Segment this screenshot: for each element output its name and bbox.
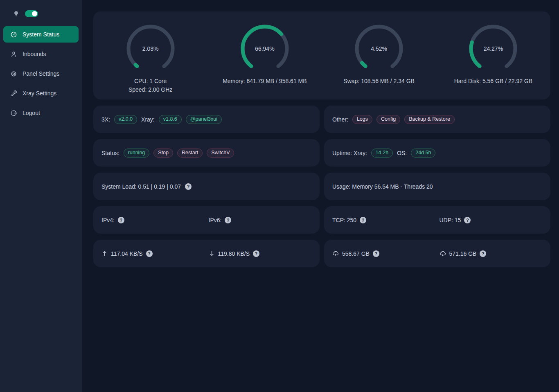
total-sent-block: 558.67 GB: [332, 250, 435, 257]
cloud-upload-icon: [332, 250, 339, 257]
question-circle-icon[interactable]: [360, 217, 366, 223]
question-circle-icon[interactable]: [118, 217, 124, 223]
telegram-link-tag[interactable]: @panel3xui: [186, 115, 222, 124]
main-content: 2.03% CPU: 1 Core Speed: 2.00 GHz 66.94%…: [82, 0, 559, 392]
user-icon: [10, 51, 17, 58]
question-circle-icon[interactable]: [146, 250, 153, 257]
gauge-label-line: CPU: 1 Core: [128, 77, 172, 86]
ipv4-block: IPv4:: [101, 217, 205, 223]
total-received-text: 571.16 GB: [449, 250, 477, 257]
sidebar-item-label: Panel Settings: [23, 70, 59, 77]
stop-button[interactable]: Stop: [153, 149, 173, 158]
gauge-label-line: Hard Disk: 5.56 GB / 22.92 GB: [454, 77, 532, 86]
usage-card: Usage: Memory 56.54 MB - Threads 20: [324, 173, 550, 200]
gauge-hard-disk-value: 24.27%: [468, 23, 518, 74]
uptime-card: Uptime: Xray: 1d 2h OS: 24d 5h: [324, 139, 550, 167]
question-circle-icon[interactable]: [480, 250, 486, 257]
logs-button[interactable]: Logs: [352, 115, 372, 124]
tcp-count-text: TCP: 250: [332, 217, 356, 223]
switch-version-button[interactable]: SwitchV: [207, 149, 234, 158]
gauge-memory-value: 66.94%: [239, 23, 290, 74]
version-card: 3X: v2.0.0 Xray: v1.8.6 @panel3xui: [93, 106, 320, 133]
gauge-hard-disk: 24.27% Hard Disk: 5.56 GB / 22.92 GB: [436, 23, 550, 99]
ipv4-label: IPv4:: [101, 217, 115, 223]
sidebar-item-label: Logout: [23, 110, 40, 116]
gauge-cpu: 2.03% CPU: 1 Core Speed: 2.00 GHz: [93, 23, 207, 99]
traffic-total-card: 558.67 GB 571.16 GB: [324, 240, 550, 267]
sidebar-item-xray-settings[interactable]: Xray Settings: [3, 85, 79, 101]
gauge-swap-dial: 4.52%: [354, 23, 404, 74]
gauge-memory-label: Memory: 641.79 MB / 958.61 MB: [223, 77, 307, 86]
gauge-cpu-dial: 2.03%: [125, 23, 176, 74]
other-label: Other:: [332, 116, 348, 123]
sidebar-menu: System Status Inbounds Panel Settin: [3, 26, 79, 121]
udp-block: UDP: 15: [440, 217, 543, 223]
app-root: System Status Inbounds Panel Settin: [0, 0, 559, 392]
sidebar-item-panel-settings[interactable]: Panel Settings: [3, 65, 79, 82]
gauge-swap: 4.52% Swap: 108.56 MB / 2.34 GB: [322, 23, 436, 99]
status-label: Status:: [101, 150, 119, 156]
download-speed-text: 119.80 KB/S: [218, 250, 250, 257]
usage-text: Usage: Memory 56.54 MB - Threads 20: [332, 183, 433, 190]
ipv6-block: IPv6:: [209, 217, 312, 223]
gear-icon: [10, 70, 17, 77]
gauge-hard-disk-label: Hard Disk: 5.56 GB / 22.92 GB: [454, 77, 532, 86]
sidebar-item-logout[interactable]: Logout: [3, 105, 79, 121]
upload-speed-block: 117.04 KB/S: [101, 250, 205, 257]
gauge-label-line: Speed: 2.00 GHz: [128, 86, 172, 94]
theme-toggle-row: [3, 9, 79, 18]
xray-version-tag: v1.8.6: [159, 115, 182, 124]
wrench-icon: [10, 90, 17, 97]
logout-icon: [10, 110, 17, 117]
udp-count-text: UDP: 15: [440, 217, 461, 223]
arrow-up-icon: [101, 250, 108, 257]
network-speed-card: 117.04 KB/S 119.80 KB/S: [93, 240, 320, 267]
sidebar-item-label: Inbounds: [23, 51, 46, 57]
sidebar-item-inbounds[interactable]: Inbounds: [3, 46, 79, 62]
question-circle-icon[interactable]: [373, 250, 379, 257]
gauge-memory: 66.94% Memory: 641.79 MB / 958.61 MB: [207, 23, 322, 99]
sidebar-item-label: System Status: [23, 31, 59, 38]
tcp-block: TCP: 250: [332, 217, 435, 223]
gauge-cpu-value: 2.03%: [125, 23, 176, 74]
question-circle-icon[interactable]: [464, 217, 471, 223]
uptime-xray-tag: 1d 2h: [371, 149, 393, 158]
uptime-os-tag: 24d 5h: [411, 149, 435, 158]
gauge-hard-disk-dial: 24.27%: [468, 23, 518, 74]
arrow-down-icon: [209, 250, 215, 257]
gauge-label-line: Memory: 641.79 MB / 958.61 MB: [223, 77, 307, 86]
uptime-xray-label: Uptime: Xray:: [332, 150, 367, 156]
xui-version-label: 3X:: [101, 116, 110, 123]
xui-version-tag: v2.0.0: [114, 115, 137, 124]
total-sent-text: 558.67 GB: [342, 250, 370, 257]
gauge-swap-value: 4.52%: [354, 23, 404, 74]
gauge-swap-label: Swap: 108.56 MB / 2.34 GB: [343, 77, 415, 86]
config-button[interactable]: Config: [376, 115, 400, 124]
dark-mode-toggle[interactable]: [25, 10, 38, 17]
ipv6-label: IPv6:: [209, 217, 222, 223]
system-load-card: System Load: 0.51 | 0.19 | 0.07: [93, 173, 320, 200]
bulb-icon: [13, 11, 19, 17]
connections-card: TCP: 250 UDP: 15: [324, 206, 550, 234]
restart-button[interactable]: Restart: [177, 149, 203, 158]
gauge-cpu-label: CPU: 1 Core Speed: 2.00 GHz: [128, 77, 172, 94]
upload-speed-text: 117.04 KB/S: [111, 250, 143, 257]
toggle-knob: [32, 11, 37, 16]
uptime-os-label: OS:: [397, 150, 407, 156]
ip-card: IPv4: IPv6:: [93, 206, 320, 234]
question-circle-icon[interactable]: [225, 217, 231, 223]
question-circle-icon[interactable]: [185, 183, 192, 190]
gauge-memory-dial: 66.94%: [239, 23, 290, 74]
status-running-tag: running: [124, 149, 150, 158]
cloud-download-icon: [440, 250, 446, 257]
sidebar: System Status Inbounds Panel Settin: [0, 0, 82, 392]
info-grid: 3X: v2.0.0 Xray: v1.8.6 @panel3xui Other…: [93, 106, 550, 267]
download-speed-block: 119.80 KB/S: [209, 250, 312, 257]
xray-status-card: Status: running Stop Restart SwitchV: [93, 139, 320, 167]
backup-restore-button[interactable]: Backup & Restore: [404, 115, 455, 124]
xray-version-label: Xray:: [141, 116, 155, 123]
sidebar-item-label: Xray Settings: [23, 90, 56, 97]
sidebar-item-system-status[interactable]: System Status: [3, 26, 79, 43]
question-circle-icon[interactable]: [253, 250, 259, 257]
gauge-label-line: Swap: 108.56 MB / 2.34 GB: [343, 77, 415, 86]
